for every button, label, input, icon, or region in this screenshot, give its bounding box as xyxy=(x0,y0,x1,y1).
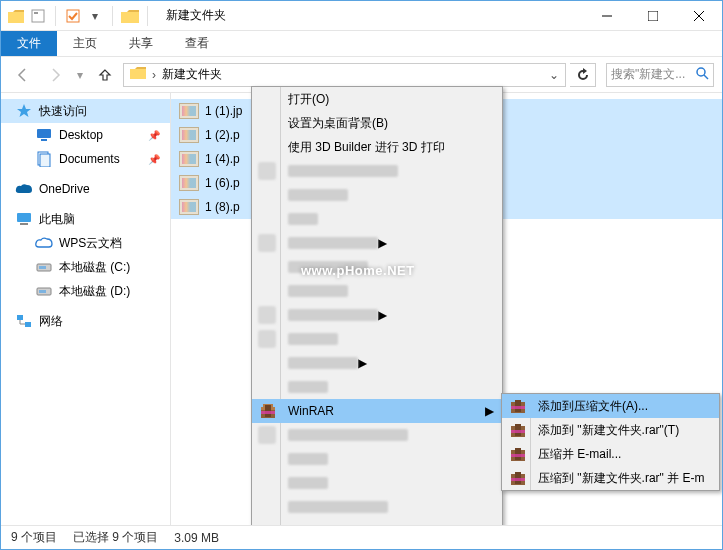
menu-item-blurred[interactable] xyxy=(252,447,502,471)
window-title: 新建文件夹 xyxy=(166,7,226,24)
menu-item-blurred[interactable] xyxy=(252,423,502,447)
onedrive-icon xyxy=(15,180,33,198)
quick-access-toolbar: ▾ xyxy=(1,6,158,26)
sidebar-item-wpscloud[interactable]: WPS云文档 xyxy=(1,231,170,255)
network-icon xyxy=(15,312,33,330)
svg-point-10 xyxy=(697,68,705,76)
properties-icon[interactable] xyxy=(29,7,47,25)
menu-label: 使用 3D Builder 进行 3D 打印 xyxy=(288,139,445,156)
menu-label: 压缩到 "新建文件夹.rar" 并 E-m xyxy=(538,470,705,487)
menu-item-blurred[interactable]: ▶ xyxy=(252,303,502,327)
file-thumb-icon xyxy=(179,151,199,167)
sidebar-label: OneDrive xyxy=(39,182,90,196)
sidebar-item-desktop[interactable]: Desktop 📌 xyxy=(1,123,170,147)
submenu-item-email[interactable]: 压缩并 E-mail... xyxy=(502,442,719,466)
address-dropdown-icon[interactable]: ⌄ xyxy=(549,68,559,82)
minimize-button[interactable] xyxy=(584,1,630,31)
star-icon xyxy=(15,102,33,120)
tab-file[interactable]: 文件 xyxy=(1,31,57,56)
refresh-button[interactable] xyxy=(570,63,596,87)
menu-item-blurred[interactable] xyxy=(252,279,502,303)
chevron-right-icon: ▶ xyxy=(358,356,367,370)
menu-item-blurred[interactable] xyxy=(252,183,502,207)
file-thumb-icon xyxy=(179,175,199,191)
file-thumb-icon xyxy=(179,103,199,119)
sidebar-item-disk-c[interactable]: 本地磁盘 (C:) xyxy=(1,255,170,279)
sidebar-label: Documents xyxy=(59,152,120,166)
menu-item-blurred[interactable] xyxy=(252,159,502,183)
svg-rect-13 xyxy=(41,139,47,141)
sidebar-item-disk-d[interactable]: 本地磁盘 (D:) xyxy=(1,279,170,303)
sidebar-item-network[interactable]: 网络 xyxy=(1,309,170,333)
submenu-item-add-named[interactable]: 添加到 "新建文件夹.rar"(T) xyxy=(502,418,719,442)
menu-item-blurred[interactable] xyxy=(252,255,502,279)
menu-item-blurred[interactable] xyxy=(252,375,502,399)
svg-rect-34 xyxy=(511,430,525,433)
close-button[interactable] xyxy=(676,1,722,31)
window-controls xyxy=(584,1,722,31)
chevron-right-icon: ▶ xyxy=(485,404,494,418)
submenu-item-email-named[interactable]: 压缩到 "新建文件夹.rar" 并 E-m xyxy=(502,466,719,490)
pin-icon: 📌 xyxy=(148,154,160,165)
tab-view[interactable]: 查看 xyxy=(169,31,225,56)
svg-rect-0 xyxy=(8,12,24,23)
back-button[interactable] xyxy=(9,61,37,89)
folder-icon xyxy=(130,67,146,82)
chevron-right-icon: ▶ xyxy=(378,236,387,250)
tab-share[interactable]: 共享 xyxy=(113,31,169,56)
sidebar-label: 本地磁盘 (D:) xyxy=(59,283,130,300)
submenu-item-add-archive[interactable]: 添加到压缩文件(A)... xyxy=(502,394,719,418)
checkbox-icon[interactable] xyxy=(64,7,82,25)
history-chevron-icon[interactable]: ▾ xyxy=(73,61,87,89)
sidebar-item-documents[interactable]: Documents 📌 xyxy=(1,147,170,171)
menu-item-winrar[interactable]: WinRAR ▶ xyxy=(252,399,502,423)
status-size: 3.09 MB xyxy=(174,531,219,545)
menu-item-blurred[interactable]: ▶ xyxy=(252,351,502,375)
svg-rect-4 xyxy=(121,12,139,23)
menu-label: 压缩并 E-mail... xyxy=(538,446,621,463)
drive-icon xyxy=(35,282,53,300)
maximize-button[interactable] xyxy=(630,1,676,31)
svg-rect-3 xyxy=(67,10,79,22)
sidebar-item-thispc[interactable]: 此电脑 xyxy=(1,207,170,231)
file-name: 1 (1).jp xyxy=(205,104,242,118)
search-icon xyxy=(695,66,709,83)
menu-item-blurred[interactable] xyxy=(252,471,502,495)
winrar-icon xyxy=(508,468,528,488)
svg-rect-21 xyxy=(39,290,46,293)
menu-item-blurred[interactable]: ▶ xyxy=(252,231,502,255)
menu-item-blurred[interactable] xyxy=(252,327,502,351)
titlebar: ▾ 新建文件夹 xyxy=(1,1,722,31)
tab-home[interactable]: 主页 xyxy=(57,31,113,56)
menu-item-blurred[interactable] xyxy=(252,207,502,231)
breadcrumb[interactable]: 新建文件夹 xyxy=(158,66,226,83)
sidebar-item-quick-access[interactable]: 快速访问 xyxy=(1,99,170,123)
ribbon-tabs: 文件 主页 共享 查看 xyxy=(1,31,722,57)
status-bar: 9 个项目 已选择 9 个项目 3.09 MB xyxy=(1,525,722,549)
file-thumb-icon xyxy=(179,127,199,143)
menu-item-blurred[interactable] xyxy=(252,495,502,519)
svg-rect-19 xyxy=(39,266,46,269)
address-bar[interactable]: › 新建文件夹 ⌄ xyxy=(123,63,566,87)
folder-icon xyxy=(121,8,139,24)
search-input[interactable]: 搜索"新建文... xyxy=(606,63,714,87)
sidebar-label: 网络 xyxy=(39,313,63,330)
forward-button[interactable] xyxy=(41,61,69,89)
sidebar-item-onedrive[interactable]: OneDrive xyxy=(1,177,170,201)
qat-chevron-icon[interactable]: ▾ xyxy=(86,7,104,25)
file-name: 1 (4).p xyxy=(205,152,240,166)
up-button[interactable] xyxy=(91,61,119,89)
svg-rect-22 xyxy=(17,315,23,320)
menu-item-open[interactable]: 打开(O) xyxy=(252,87,502,111)
documents-icon xyxy=(35,150,53,168)
winrar-icon xyxy=(508,420,528,440)
menu-label: 添加到压缩文件(A)... xyxy=(538,398,648,415)
menu-item-3dprint[interactable]: 使用 3D Builder 进行 3D 打印 xyxy=(252,135,502,159)
svg-rect-23 xyxy=(25,322,31,327)
sidebar-label: Desktop xyxy=(59,128,103,142)
chevron-right-icon[interactable]: › xyxy=(152,68,156,82)
context-menu: 打开(O) 设置为桌面背景(B) 使用 3D Builder 进行 3D 打印 … xyxy=(251,86,503,531)
sidebar-label: 此电脑 xyxy=(39,211,75,228)
file-name: 1 (8).p xyxy=(205,200,240,214)
menu-item-setbg[interactable]: 设置为桌面背景(B) xyxy=(252,111,502,135)
